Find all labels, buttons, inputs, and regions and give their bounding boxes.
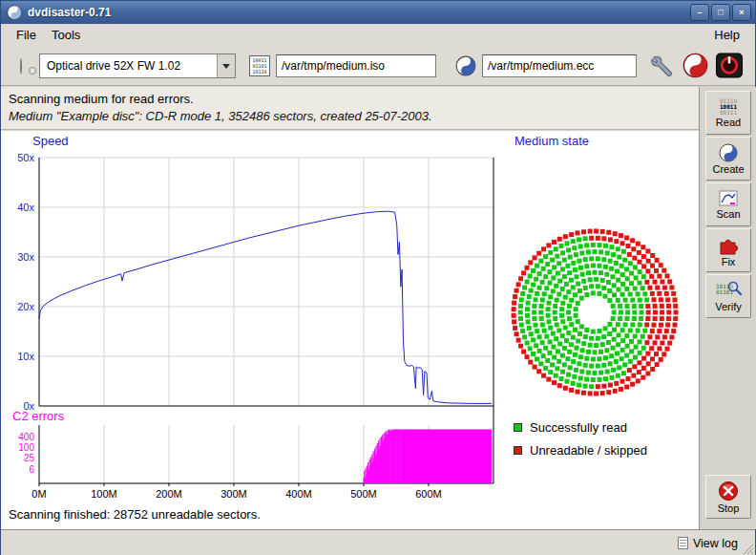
log-icon [678,537,688,549]
view-log-label: View log [693,537,738,550]
c2-errors-title: C2 errors [12,409,64,423]
window-title: dvdisaster-0.71 [28,6,690,19]
medium-state-disc [509,226,681,398]
svg-text:30x: 30x [17,251,34,263]
ecc-file-icon [454,54,477,77]
preferences-button[interactable] [650,53,675,78]
scan-chart-icon [719,190,738,207]
svg-text:600M: 600M [415,488,442,500]
quit-button[interactable] [715,53,744,78]
svg-text:0M: 0M [32,488,46,500]
read-button[interactable]: 01110 10011 00111 Read [705,91,751,135]
svg-text:300M: 300M [220,488,247,500]
image-file-icon: 10011 01101 10110 [248,54,271,77]
resize-grip[interactable] [742,543,754,555]
legend-read: Successfully read [514,420,647,435]
titlebar[interactable]: dvdisaster-0.71 – □ × [1,1,755,24]
menubar: File Tools Help [1,24,755,46]
scan-button[interactable]: Scan [705,182,751,226]
drive-icon-button[interactable] [9,53,33,78]
drive-selector-value: Optical drive 52X FW 1.02 [40,54,217,77]
binary-read-icon: 01110 10011 00111 [720,98,737,116]
svg-text:20x: 20x [17,301,34,312]
scan-label: Scan [716,208,740,220]
legend-read-swatch [514,423,522,432]
legend-skipped-label: Unreadable / skipped [530,443,647,458]
svg-text:40x: 40x [17,202,34,213]
drive-icon [20,58,22,75]
verify-button[interactable]: 10110 01101 Verify [705,274,751,318]
create-button[interactable]: Create [705,137,751,181]
main-content: Speed Medium state C2 errors 0x10x20x30x… [1,131,699,529]
legend-skipped: Unreadable / skipped [514,443,647,458]
speed-chart-title: Speed [32,134,69,148]
create-label: Create [712,163,744,175]
image-file-input[interactable] [276,54,436,77]
heading-line2: Medium "Example disc": CD-R mode 1, 3524… [9,109,691,123]
verify-label: Verify [715,301,742,312]
svg-text:500M: 500M [350,488,377,500]
menu-tools[interactable]: Tools [44,26,88,44]
drive-selector[interactable]: Optical drive 52X FW 1.02 [39,53,236,78]
svg-text:25: 25 [24,453,35,463]
fix-label: Fix [722,256,736,267]
scan-result-status: Scanning finished: 28752 unreadable sect… [9,507,261,522]
status-heading: Scanning medium for read errors. Medium … [1,87,699,130]
menu-file[interactable]: File [9,26,44,44]
svg-text:200M: 200M [156,488,182,500]
statusbar: View log [1,529,755,555]
power-icon [715,53,744,78]
svg-text:400M: 400M [285,488,312,500]
medium-state-legend: Successfully read Unreadable / skipped [514,420,647,458]
legend-read-label: Successfully read [530,420,627,435]
dropdown-arrow-icon [217,54,235,77]
svg-text:10x: 10x [17,351,34,362]
legend-skipped-swatch [514,446,522,455]
svg-text:400: 400 [18,432,34,442]
puzzle-piece-icon [718,234,739,255]
menu-help[interactable]: Help [706,26,747,44]
app-window: dvdisaster-0.71 – □ × File Tools Help Op… [0,0,756,555]
yinyang-icon [719,143,738,162]
fix-button[interactable]: Fix [705,228,751,272]
minimize-button[interactable]: – [690,4,709,21]
help-button[interactable] [682,53,708,78]
app-icon [7,5,22,20]
speed-and-c2-chart: 0x10x20x30x40x50x0M100M200M300M400M500M6… [1,137,507,511]
svg-text:100M: 100M [91,488,117,500]
svg-text:50x: 50x [17,152,34,163]
stop-icon [718,480,739,502]
help-yinyang-icon [682,53,708,78]
svg-text:6: 6 [29,464,34,475]
stop-button[interactable]: Stop [705,475,751,519]
svg-text:100: 100 [18,442,34,453]
verify-magnifier-icon: 10110 01101 [716,281,741,300]
toolbar: Optical drive 52X FW 1.02 10011 01101 10… [1,46,755,86]
heading-line1: Scanning medium for read errors. [9,92,691,106]
read-label: Read [716,117,741,128]
view-log-button[interactable]: View log [674,534,742,552]
action-sidebar: 01110 10011 00111 Read Create Scan [699,87,756,529]
close-button[interactable]: × [732,4,751,21]
ecc-file-input[interactable] [482,54,637,77]
stop-label: Stop [718,502,740,514]
maximize-button[interactable]: □ [711,4,730,21]
medium-state-title: Medium state [514,134,589,148]
wrench-icon [650,53,675,78]
